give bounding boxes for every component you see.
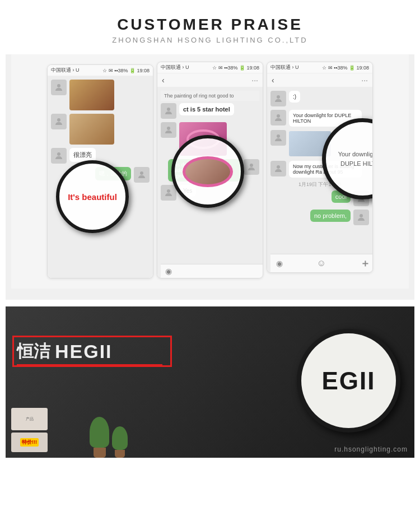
voice-icon-3: ◉ [276,259,283,268]
magnifier-content-2 [183,156,233,187]
phones-section: 中国联通 › U ☆ ✉ ▪▪38% 🔋 19:08 [6,54,414,300]
magnifier-text-1: It's beautiful [64,189,120,205]
add-icon: ＋ [360,257,370,270]
sign-english: HEGII [55,341,113,362]
magnifier-content-3: Your downlight for DUPLE HILTON [334,146,373,173]
chat-header-2: ‹ ··· [157,73,263,87]
avatar [270,110,286,125]
back-icon: ‹ [272,76,274,85]
status-left-2: 中国联通 › U [161,64,189,71]
more-icon: ··· [361,76,368,85]
bottom-toolbar: ◉ [161,264,263,278]
magnifier-label-3: Your downlight for [338,150,373,158]
more-icon: ··· [251,76,258,85]
avatar [161,122,176,138]
status-right-2: ☆ ✉ ▪▪38% 🔋 19:08 [212,65,259,71]
status-left-1: 中国联通 › U [51,67,80,74]
shop-item: 产品 [11,408,48,430]
bottom-toolbar-3: ◉ ☺ ＋ [270,254,373,272]
plant-pot [94,448,106,458]
chat-top-msg: The painting of ring not good to [161,91,259,101]
phone-3: 中国联通 › U ☆ ✉ ▪▪38% 🔋 19:08 ‹ ··· :) [267,62,373,273]
store-background: 产品 特价!!! 恒洁 HEGII [6,306,414,458]
bottom-magnifier-handle [390,422,400,433]
magnifier-1: It's beautiful [56,160,129,233]
avatar [353,210,369,225]
status-bar-2: 中国联通 › U ☆ ✉ ▪▪38% 🔋 19:08 [157,62,263,73]
chat-photo [69,114,114,145]
bottom-section: 产品 特价!!! 恒洁 HEGII [6,306,414,458]
plant-body [90,417,109,448]
company-name: ZHONGSHAN HSONG LIGHTING CO.,LTD [0,36,420,44]
avatar [161,103,176,119]
svg-point-10 [277,134,280,138]
svg-point-2 [57,152,60,156]
msg-row [51,114,150,145]
svg-point-0 [57,84,60,87]
emoji-icon: ☺ [317,258,326,268]
price-tag: 特价!!! [20,438,39,447]
status-bar-1: 中国联通 › U ☆ ✉ ▪▪38% 🔋 19:08 [48,65,153,76]
message-bubble: ct is 5 star hotel [179,103,234,115]
avatar [270,161,286,176]
shop-item-label: 产品 [26,416,34,422]
msg-row [51,80,150,110]
svg-point-11 [277,165,280,169]
avatar [134,167,150,183]
plant-pot [115,450,125,458]
avatar [51,114,67,129]
watermark: ru.hsonglighting.com [334,445,408,453]
plant-1 [90,417,109,458]
chat-header-3: ‹ ··· [267,73,372,87]
magnifier-2 [171,135,244,208]
message-bubble: :) [289,91,300,103]
msg-row: :) [270,91,369,106]
shop-item: 特价!!! [11,433,48,452]
avatar [51,148,67,164]
msg-row: no problem, [270,210,369,225]
bottom-magnifier-text: EGII [321,367,375,395]
chat-photo [69,80,114,110]
avatar [244,159,259,175]
status-left-3: 中国联通 › U [270,64,299,71]
avatar [161,185,176,201]
svg-point-6 [250,164,253,167]
voice-icon: ◉ [165,267,172,276]
avatar [51,80,67,95]
avatar [270,130,286,146]
no-problem-message: no problem, [310,210,351,222]
status-bar-3: 中国联通 › U ☆ ✉ ▪▪38% 🔋 19:08 [267,62,372,73]
red-underline [17,364,162,366]
magnifier-label-3b: DUPLE HILTON [338,160,373,168]
sign-chinese: 恒洁 [17,340,50,363]
phones-container: 中国联通 › U ☆ ✉ ▪▪38% 🔋 19:08 [11,54,409,289]
status-right-1: ☆ ✉ ▪▪38% 🔋 19:08 [102,68,150,73]
store-sign-area: 恒洁 HEGII [17,340,162,366]
svg-point-5 [167,127,170,130]
page-title: CUSTOMER PRAISE [0,16,420,34]
store-sign: 恒洁 HEGII [17,340,162,363]
svg-point-7 [167,189,170,193]
msg-row: ct is 5 star hotel [161,103,259,119]
shop-items: 产品 特价!!! [11,408,48,452]
svg-point-1 [57,118,60,122]
plant-body [112,426,128,450]
plant-2 [112,426,128,458]
svg-point-13 [360,214,363,217]
plants-area [90,417,128,458]
svg-point-4 [167,108,170,111]
avatar [270,91,286,106]
svg-point-8 [277,95,280,99]
phone-2: 中国联通 › U ☆ ✉ ▪▪38% 🔋 19:08 ‹ ··· The pai… [157,62,263,278]
bottom-magnifier: EGII [297,329,400,433]
phone-1: 中国联通 › U ☆ ✉ ▪▪38% 🔋 19:08 [47,64,153,278]
svg-point-9 [277,114,280,118]
status-right-3: ☆ ✉ ▪▪38% 🔋 19:08 [322,65,369,71]
svg-point-3 [140,171,143,175]
header: CUSTOMER PRAISE ZHONGSHAN HSONG LIGHTING… [0,0,420,54]
back-icon: ‹ [162,76,165,85]
